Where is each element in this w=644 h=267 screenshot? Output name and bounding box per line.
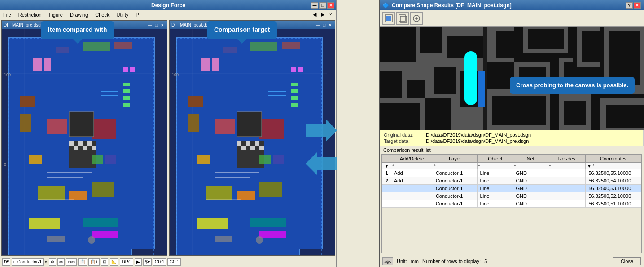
toolbar-btn-3[interactable] [410,12,423,25]
filter-add-delete[interactable] [391,163,433,169]
filter-layer-input[interactable] [434,164,476,169]
filter-net[interactable] [513,163,548,169]
svg-rect-56 [241,146,246,150]
filter-add-delete-input[interactable] [392,164,432,169]
compare-canvas[interactable]: Cross probing to the canvas is possible. [380,27,644,130]
col-net[interactable]: Net [513,155,548,163]
row2-coords: 56.32500,54.10000 [586,177,641,185]
filter-layer[interactable] [433,163,477,169]
close-button[interactable]: Close [613,257,641,265]
status-layer-label: Conductor-1 [17,259,42,264]
status-btn4[interactable]: 📋 [78,258,87,266]
filter-object[interactable] [477,163,513,169]
filter-coord-arrow[interactable]: ▼ [587,163,591,169]
canvas-pre-content[interactable]: -100 -0 [2,29,167,255]
pre-minimize[interactable]: — [147,23,153,27]
menu-figure[interactable]: Figure [47,12,65,18]
menu-check[interactable]: Check [93,12,111,18]
compare-close-x[interactable]: ✕ [634,2,641,9]
svg-rect-51 [250,42,277,51]
status-go1-right[interactable]: G0:1 [167,258,181,266]
svg-rect-66 [259,155,271,164]
toolbar-btn-1[interactable] [382,12,395,25]
df-maximize-btn[interactable]: □ [319,2,326,9]
wifi-icon[interactable] [382,257,393,265]
row1-layer: Conductor-1 [433,169,477,177]
row3-refdes [548,185,586,192]
filter-refdes[interactable] [548,163,586,169]
row4-refdes [548,192,586,200]
compare-title: Compare Shape Results [DF_MAIN_post.dsgn… [392,2,512,9]
table-row[interactable]: Conductor-1 Line GND 56.32500,52.10000 [382,192,641,200]
status-layer[interactable]: □ Conductor-1 [12,258,44,266]
table-row[interactable]: 1 Add Conductor-1 Line GND 56.32500,55.1… [382,169,641,177]
col-refdes[interactable]: Ref-des [548,155,586,163]
svg-rect-30 [123,83,130,86]
col-add-delete[interactable]: Add/Delete [391,155,433,163]
svg-rect-106 [407,80,425,98]
menu-p[interactable]: P [134,12,140,18]
status-btn6[interactable]: ⊟ [101,258,108,266]
status-drc[interactable]: DRC [120,258,133,266]
results-table[interactable]: Add/Delete Layer Object Net Ref-des Coor… [381,154,642,253]
table-row-highlighted[interactable]: Conductor-1 Line GND 56.32500,53.10000 [382,185,641,192]
filter-refdes-input[interactable] [549,164,585,169]
status-btn1[interactable]: ⊕ [49,258,56,266]
status-btn3[interactable]: ✂✂ [66,258,77,266]
svg-rect-89 [212,58,219,71]
svg-point-132 [387,263,389,264]
table-header-row: Add/Delete Layer Object Net Ref-des Coor… [382,155,641,163]
pre-close[interactable]: ✕ [160,23,165,27]
status-dollar[interactable]: $▾ [143,258,152,266]
col-object[interactable]: Object [477,155,513,163]
table-row[interactable]: Conductor-1 Line GND 56.32500,51.10000 [382,200,641,208]
row4-net: GND [513,192,548,200]
menu-file[interactable]: File [1,12,13,18]
toolbar-btn-2[interactable] [396,12,409,25]
status-btn2[interactable]: ✂ [57,258,65,266]
filter-net-input[interactable] [514,164,547,169]
compare-icon: 🔷 [382,2,389,9]
nav-right[interactable]: ▶ [319,11,326,18]
svg-rect-10 [69,141,74,146]
status-layer-icon: □ [13,259,16,264]
status-go1-left[interactable]: G0:1 [153,258,166,266]
status-btn7[interactable]: 📐 [110,258,118,266]
unit-label: Unit: [397,258,407,264]
filter-coord-input[interactable] [592,164,640,169]
row4-coords: 56.32500,52.10000 [586,192,641,200]
col-coordinates[interactable]: Coordinates [586,155,641,163]
original-label: Original data: [384,132,424,138]
filter-object-input[interactable] [478,164,512,169]
pre-maximize[interactable]: □ [154,23,158,27]
row2-layer: Conductor-1 [433,177,477,185]
compare-help[interactable]: ? [626,2,633,9]
cross-probe-tooltip: Cross probing to the canvas is possible. [510,77,635,94]
canvas-pre-controls: — □ ✕ [147,22,165,27]
menu-restriction[interactable]: Restriction [17,12,44,18]
row3-object: Line [477,185,513,192]
svg-rect-109 [380,103,420,130]
row5-object: Line [477,200,513,208]
svg-rect-70 [259,182,282,197]
table-row[interactable]: 2 Add Conductor-1 Line GND 56.32500,54.1… [382,177,641,185]
nav-left[interactable]: ◀ [311,11,318,18]
post-minimize[interactable]: — [315,23,321,27]
svg-text:-100: -100 [171,72,179,77]
row1-add: Add [391,169,433,177]
col-layer[interactable]: Layer [433,155,477,163]
help[interactable]: ? [327,11,333,18]
compare-info: Original data: D:\data\DF2019\data\dsgn\… [380,130,644,146]
svg-rect-129 [606,105,644,128]
status-view[interactable]: 🗺 [2,258,10,266]
svg-rect-57 [246,141,250,146]
post-close[interactable]: ✕ [328,23,333,27]
post-maximize[interactable]: □ [322,23,326,27]
status-btn5[interactable]: 📋+ [88,258,100,266]
df-minimize-btn[interactable]: — [311,2,318,9]
status-btn8[interactable]: ▶ [135,258,142,266]
df-close-btn[interactable]: ✕ [327,2,334,9]
menu-utility[interactable]: Utility [114,12,130,18]
menu-drawing[interactable]: Drawing [68,12,90,18]
svg-rect-13 [83,146,87,150]
